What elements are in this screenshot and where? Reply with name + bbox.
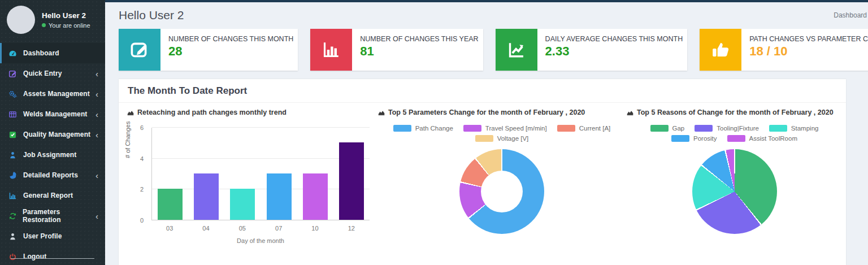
legend-swatch: [393, 125, 411, 132]
legend-item[interactable]: Tooling|Fixture: [695, 125, 759, 132]
legend-label: Tooling|Fixture: [717, 125, 759, 132]
page-header: Hello User 2 Dashboard: [105, 2, 868, 24]
sidebar-item-quality-management[interactable]: Quality Management‹: [0, 124, 105, 145]
sidebar-item-label: Quick Entry: [23, 69, 62, 77]
stat-card: DAILY AVERAGE CHANGES THIS MONTH2.33: [496, 29, 688, 71]
legend-swatch: [557, 125, 575, 132]
stat-cards-row: NUMBER OF CHANGES THIS MONTH28NUMBER OF …: [119, 29, 861, 71]
stat-card-value: 81: [360, 44, 478, 59]
x-tick-labels: 030405071012: [151, 225, 370, 232]
table-icon: [8, 110, 19, 119]
sidebar-item-label: Assets Management: [23, 90, 90, 98]
breadcrumb[interactable]: Dashboard: [834, 8, 867, 19]
online-status-icon: [42, 23, 46, 27]
x-tick-label: 03: [151, 225, 188, 232]
y-tick-label: 6: [140, 124, 144, 131]
tachometer-icon: [8, 49, 19, 58]
legend-label: Stamping: [791, 125, 819, 132]
legend-item[interactable]: Path Change: [393, 125, 453, 132]
bar-chart-icon: [310, 29, 352, 71]
sidebar-item-label: Quality Management: [23, 131, 90, 138]
sidebar-item-label: Welds Management: [23, 110, 87, 118]
stat-card: PATH CHANGES VS PARAMETER CHANGES18 / 10: [700, 29, 868, 71]
pie-chart-icon: [8, 171, 19, 180]
legend-swatch: [475, 135, 493, 142]
sidebar-divider: [11, 258, 95, 259]
legend-label: Current [A]: [579, 125, 611, 132]
stat-card-body: NUMBER OF CHANGES THIS YEAR81: [352, 29, 483, 71]
user-name: Hello User 2: [42, 11, 90, 20]
bar[interactable]: [339, 142, 364, 220]
bar[interactable]: [158, 189, 183, 220]
area-chart-icon: [377, 109, 385, 116]
sidebar-item-user-profile[interactable]: User Profile: [0, 226, 105, 246]
y-ticks: 0246: [127, 128, 148, 220]
donut-chart-title: Top 5 Parameters Change for the month of…: [377, 108, 626, 116]
legend-swatch: [769, 125, 787, 132]
legend-item[interactable]: Stamping: [769, 125, 819, 132]
refresh-icon: [8, 212, 18, 220]
legend-swatch: [695, 125, 713, 132]
legend-item[interactable]: Gap: [650, 125, 685, 132]
legend-label: Assist ToolRoom: [749, 135, 797, 142]
stat-card-body: PATH CHANGES VS PARAMETER CHANGES18 / 10: [741, 29, 868, 71]
stat-card-value: 2.33: [545, 44, 683, 59]
legend-label: Voltage [V]: [497, 135, 529, 142]
legend-item[interactable]: Voltage [V]: [475, 135, 529, 142]
legend-swatch: [671, 135, 689, 142]
legend-item[interactable]: Assist ToolRoom: [727, 135, 797, 142]
donut-chart-section: Top 5 Parameters Change for the month of…: [377, 108, 626, 265]
y-tick-label: 2: [140, 186, 144, 193]
y-tick-label: 4: [140, 155, 144, 162]
sidebar-item-parameters-restoration[interactable]: Parameters Restoration‹: [0, 206, 105, 226]
sidebar-item-quick-entry[interactable]: Quick Entry‹: [0, 63, 105, 84]
charts-row: Reteaching and path changes monthly tren…: [119, 103, 846, 265]
legend-item[interactable]: Current [A]: [557, 125, 611, 132]
sidebar-item-label: General Report: [23, 192, 73, 199]
legend-item[interactable]: Porosity: [671, 135, 717, 142]
sidebar-item-label: Job Assignment: [23, 151, 76, 159]
legend-swatch: [727, 135, 745, 142]
thumbs-up-icon: [700, 29, 741, 71]
x-tick-label: 05: [224, 225, 261, 232]
sidebar-item-welds-management[interactable]: Welds Management‹: [0, 104, 105, 124]
person-icon: [8, 151, 19, 159]
sidebar-item-detailed-reports[interactable]: Detailed Reports‹: [0, 165, 105, 185]
sidebar-item-job-assignment[interactable]: Job Assignment: [0, 145, 105, 165]
pie-chart[interactable]: [692, 149, 777, 234]
sidebar-item-general-report[interactable]: General Report: [0, 185, 105, 206]
pencil-square-icon: [8, 69, 19, 78]
sidebar-item-label: Dashboard: [23, 49, 59, 57]
bar[interactable]: [230, 189, 255, 220]
sidebar-item-assets-management[interactable]: Assets Management‹: [0, 84, 105, 104]
x-tick-label: 12: [333, 225, 370, 232]
area-chart-icon: [127, 109, 134, 116]
legend-label: Porosity: [693, 135, 717, 142]
stat-card-value: 18 / 10: [749, 44, 868, 59]
bar[interactable]: [267, 173, 292, 220]
stat-card-label: DAILY AVERAGE CHANGES THIS MONTH: [545, 35, 683, 43]
sidebar-item-label: Detailed Reports: [23, 171, 78, 179]
legend-swatch: [463, 125, 481, 132]
chevron-left-icon: ‹: [96, 69, 99, 78]
bar[interactable]: [194, 173, 219, 220]
area-chart-icon: [626, 109, 634, 116]
chevron-left-icon: ‹: [96, 131, 99, 139]
user-status: Your are online: [42, 22, 90, 29]
sidebar-item-dashboard[interactable]: Dashboard: [0, 43, 105, 63]
stat-card-label: NUMBER OF CHANGES THIS YEAR: [360, 35, 478, 43]
avatar[interactable]: [7, 6, 35, 34]
sidebar-item-label: User Profile: [23, 232, 62, 240]
donut-chart[interactable]: [459, 149, 544, 234]
stat-card: NUMBER OF CHANGES THIS MONTH28: [119, 29, 298, 71]
sidebar-item-logout[interactable]: Logout: [0, 246, 105, 265]
bar-chart-icon: [8, 192, 19, 200]
stat-card-label: NUMBER OF CHANGES THIS MONTH: [168, 35, 293, 43]
stat-card-body: DAILY AVERAGE CHANGES THIS MONTH2.33: [537, 29, 688, 71]
donut-legend: Path ChangeTravel Speed [m/min]Current […: [377, 123, 626, 144]
bar-chart[interactable]: # of Changes 0246 030405071012 Day of th…: [127, 125, 377, 257]
report-title: The Month To Date Report: [119, 79, 846, 103]
bar[interactable]: [303, 173, 328, 220]
bar-plot[interactable]: [151, 128, 370, 220]
legend-item[interactable]: Travel Speed [m/min]: [463, 125, 547, 132]
